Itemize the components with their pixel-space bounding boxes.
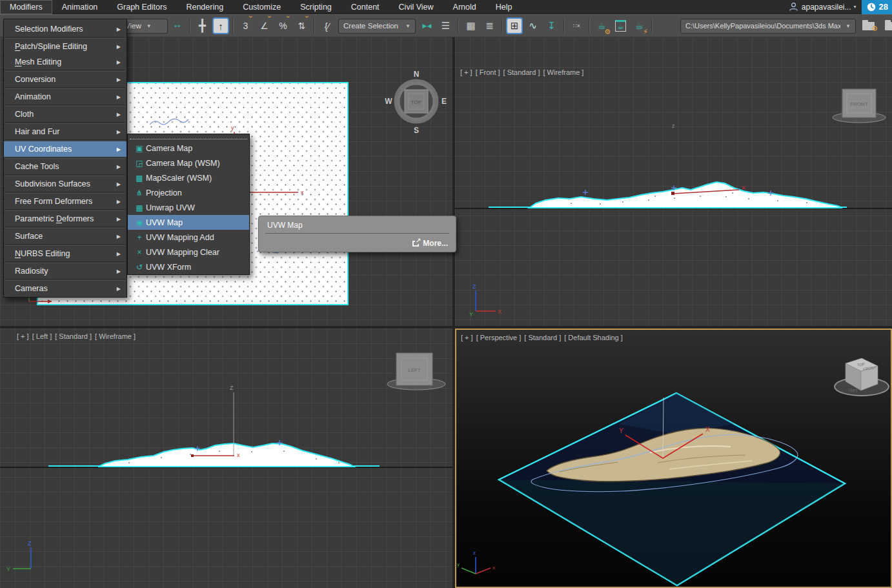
project-folder-icon[interactable]: ⚙ (862, 22, 875, 30)
user-area[interactable]: apapavasilei... ▾ 28 (789, 0, 892, 14)
viewport-label-segment[interactable]: [ Standard ] (524, 334, 561, 341)
render-production-icon[interactable]: ☕⚡ (631, 17, 648, 35)
submenu-item-uvw-mapping-clear[interactable]: ×UVW Mapping Clear (128, 245, 249, 259)
submenu-item-mapscaler-wsm[interactable]: ▩MapScaler (WSM) (128, 170, 249, 185)
submenu-item-unwrap-uvw[interactable]: ▦Unwrap UVW (128, 200, 249, 215)
time-badge[interactable]: 28 (862, 0, 892, 14)
submenu-item-uvw-mapping-add[interactable]: +UVW Mapping Add (128, 230, 249, 245)
render-presets-icon[interactable]: ∷× (568, 17, 585, 35)
percent-snap-icon[interactable]: %˘ (274, 17, 292, 35)
menubar-item-modifiers[interactable]: Modifiers (0, 0, 52, 14)
viewport-label-segment[interactable]: [ Perspective ] (476, 334, 522, 341)
menubar-item-scripting[interactable]: Scripting (290, 0, 341, 14)
tooltip-more-link[interactable]: ↗ More... (412, 239, 448, 248)
viewcube-top[interactable]: TOP N E S W (378, 66, 452, 137)
render-setup-icon[interactable]: ☕⚙ (593, 17, 611, 35)
viewport-label-segment[interactable]: [ Left ] (32, 332, 52, 340)
menu-item-mesh-editing[interactable]: Mesh Editing▶ (4, 54, 127, 70)
svg-text:x: x (301, 189, 304, 196)
viewcube-perspective[interactable]: TOP LEFT FRONT (827, 348, 892, 406)
mirror-icon[interactable]: ▶◀ (418, 17, 436, 35)
terrain-silhouette-left (98, 443, 354, 467)
submenu-item-camera-map-wsm[interactable]: ◲Camera Map (WSM) (128, 156, 249, 170)
view-dropdown[interactable]: View ▼ (120, 19, 168, 34)
toggle-layer-explorer-icon[interactable]: ≣ (481, 17, 498, 35)
menu-item-label: Selection Modifiers (15, 25, 83, 34)
submenu-item-projection[interactable]: ⋔Projection (128, 185, 249, 200)
menu-item-label: Patch/Spline Editing (15, 42, 87, 51)
snaps-toggle-icon[interactable]: ⌖⌖ (168, 17, 186, 35)
menu-item-animation[interactable]: Animation▶ (4, 89, 127, 105)
menu-item-label: Parametric Deformers (15, 214, 94, 223)
toolbar-separator (458, 18, 459, 34)
menubar-item-animation[interactable]: Animation (52, 0, 108, 14)
menubar-item-arnold[interactable]: Arnold (443, 0, 486, 14)
toolbar-separator (232, 18, 234, 34)
viewport-label-segment[interactable]: [ Wireframe ] (95, 332, 136, 340)
spinner-snap-icon[interactable]: ⇅˘ (293, 17, 310, 35)
viewport-label-segment[interactable]: [ Standard ] (55, 332, 92, 340)
menubar-item-customize[interactable]: Customize (233, 0, 290, 14)
svg-text:S: S (414, 126, 419, 135)
curve-editor-icon[interactable]: ∿ (524, 17, 542, 35)
menubar-item-help[interactable]: Help (486, 0, 522, 14)
viewport-left[interactable]: [ + ][ Left ][ Standard ][ Wireframe ] Z… (0, 329, 452, 588)
menu-item-conversion[interactable]: Conversion▶ (4, 72, 127, 87)
menu-item-nurbs-editing[interactable]: NURBS Editing▶ (4, 246, 127, 261)
menu-item-uv-coordinates[interactable]: UV Coordinates▶ (4, 141, 127, 157)
menu-item-selection-modifiers[interactable]: Selection Modifiers▶ (4, 21, 127, 37)
angle-snap-icon[interactable]: ∠˘ (256, 17, 273, 35)
submenu-item-label: UVW Mapping Add (146, 233, 214, 242)
toggle-command-panel-button[interactable]: ⊞ (506, 17, 523, 34)
menu-item-cache-tools[interactable]: Cache Tools▶ (4, 159, 127, 174)
viewcube-left[interactable]: LEFT (385, 348, 449, 393)
snap-toggle-3d-icon[interactable]: 3˘ (237, 17, 254, 35)
menu-item-label: Radiosity (15, 267, 48, 276)
material-editor-icon[interactable]: ↧ (543, 17, 560, 35)
align-icon[interactable]: ☰ (437, 17, 454, 35)
menu-item-label: Cache Tools (15, 162, 59, 171)
toggle-scene-explorer-icon[interactable]: ▦ (462, 17, 480, 35)
svg-text:Z: Z (28, 540, 32, 547)
signed-in-user[interactable]: apapavasilei... (802, 3, 851, 12)
viewport-label-segment[interactable]: [ + ] (17, 332, 29, 340)
tear-off-strip[interactable] (130, 136, 247, 139)
menu-item-subdivision-surfaces[interactable]: Subdivision Surfaces▶ (4, 176, 127, 192)
menu-item-radiosity[interactable]: Radiosity▶ (4, 263, 127, 279)
open-folder-icon[interactable] (885, 22, 892, 30)
select-and-move-icon[interactable]: ╋ (194, 17, 211, 35)
menubar-item-rendering[interactable]: Rendering (176, 0, 233, 14)
submenu-item-uvw-map[interactable]: ◉UVW Map (128, 215, 249, 230)
menu-item-label: Mesh Editing (15, 57, 61, 66)
viewport-label-segment[interactable]: [ Default Shading ] (564, 334, 623, 341)
select-object-button[interactable]: ↑ (212, 17, 229, 34)
viewport-label-segment[interactable]: [ + ] (460, 68, 472, 76)
menubar-item-civil-view[interactable]: Civil View (389, 0, 443, 14)
menu-item-cameras[interactable]: Cameras▶ (4, 281, 127, 296)
viewport-perspective-active[interactable]: [ + ][ Perspective ][ Standard ][ Defaul… (455, 329, 892, 588)
edit-named-selection-sets-icon[interactable]: {∕ (318, 17, 336, 35)
viewport-label-segment[interactable]: [ Front ] (476, 68, 500, 76)
viewport-label-segment[interactable]: [ Standard ] (503, 68, 540, 76)
menu-item-free-form-deformers[interactable]: Free Form Deformers▶ (4, 194, 127, 209)
submenu-item-label: Camera Map (146, 144, 192, 153)
menubar-item-graph-editors[interactable]: Graph Editors (107, 0, 176, 14)
viewport-label-segment[interactable]: [ + ] (461, 334, 473, 341)
menu-item-patch-spline-editing[interactable]: Patch/Spline Editing▶ (4, 39, 127, 54)
viewport-front[interactable]: [ + ][ Front ][ Standard ][ Wireframe ] … (455, 37, 892, 326)
svg-text:x: x (237, 452, 240, 458)
viewport-label-segment[interactable]: [ Wireframe ] (543, 68, 583, 76)
project-path-dropdown[interactable]: C:\Users\KellyPapavasileiou\Documents\3d… (680, 19, 856, 34)
user-dropdown-caret-icon[interactable]: ▾ (854, 4, 857, 10)
menubar-item-content[interactable]: Content (341, 0, 389, 14)
menu-item-surface[interactable]: Surface▶ (4, 228, 127, 244)
submenu-item-uvw-xform[interactable]: ↺UVW XForm (128, 259, 249, 274)
rendered-frame-icon[interactable]: ☕ (612, 17, 629, 35)
menu-item-hair-and-fur[interactable]: Hair and Fur▶ (4, 124, 127, 139)
svg-text:z: z (473, 550, 476, 556)
menu-item-cloth[interactable]: Cloth▶ (4, 106, 127, 122)
viewcube-front[interactable]: FRONT (829, 84, 887, 129)
menu-item-parametric-deformers[interactable]: Parametric Deformers▶ (4, 211, 127, 227)
named-selection-set-dropdown[interactable]: Create Selection Se ▼ (338, 19, 416, 34)
submenu-item-camera-map[interactable]: ▣Camera Map (128, 141, 249, 156)
